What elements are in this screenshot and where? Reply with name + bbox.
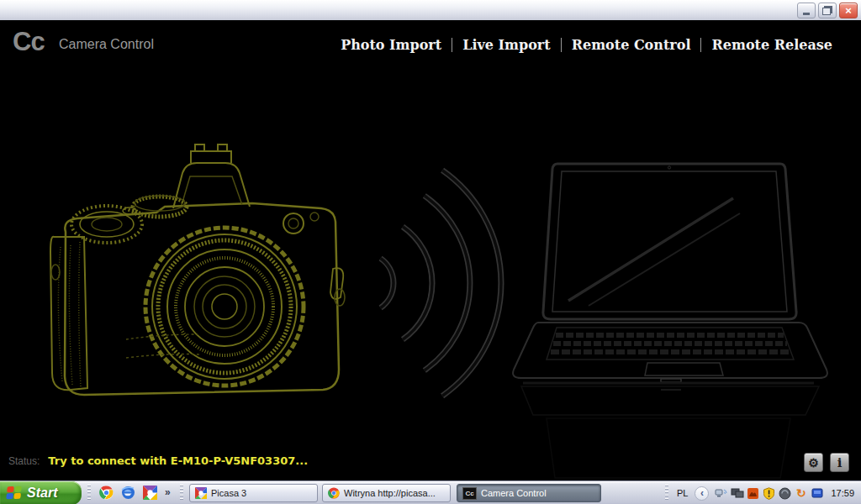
taskbar-item-picasa[interactable]: Picasa 3 — [189, 484, 318, 502]
minimize-button[interactable] — [797, 3, 816, 18]
task-label: Witryna http://picasa... — [344, 488, 436, 498]
start-label: Start — [27, 486, 57, 501]
main-nav: Photo Import Live Import Remote Control … — [330, 37, 843, 53]
taskbar: Start — [0, 480, 861, 504]
security-alert-tray-icon[interactable] — [763, 486, 776, 500]
restore-button[interactable] — [818, 3, 837, 18]
camera-line-art — [50, 144, 345, 395]
network-tray-icon[interactable] — [811, 486, 824, 500]
app-title: Camera Control — [59, 37, 154, 52]
chevron-left-icon: ‹ — [700, 488, 704, 498]
taskband-handle[interactable] — [180, 485, 183, 501]
laptop-line-art — [513, 164, 827, 478]
nav-photo-import[interactable]: Photo Import — [330, 37, 452, 53]
window-titlebar[interactable]: × — [0, 0, 861, 21]
task-label: Camera Control — [481, 488, 547, 498]
nav-remote-control[interactable]: Remote Control — [562, 37, 701, 53]
restore-icon — [822, 8, 831, 15]
status-badge-tray-icon[interactable] — [779, 486, 792, 500]
start-button[interactable]: Start — [0, 481, 82, 504]
task-label: Picasa 3 — [211, 488, 246, 498]
taskbar-item-browser[interactable]: Witryna http://picasa... — [322, 484, 451, 502]
connection-illustration — [0, 20, 861, 480]
settings-button[interactable]: ⚙ — [804, 453, 823, 472]
nav-live-import[interactable]: Live Import — [452, 37, 560, 53]
status-bar: Status: Try to connect with E-M10-P-V5NF… — [8, 454, 308, 467]
info-icon: i — [837, 455, 843, 470]
close-icon: × — [845, 5, 852, 16]
internet-explorer-icon[interactable] — [121, 486, 135, 500]
clock[interactable]: 17:59 — [831, 488, 854, 498]
quick-launch-overflow-chevron[interactable]: » — [165, 486, 171, 498]
camera-control-icon: Cc — [462, 487, 477, 500]
language-indicator[interactable]: PL — [673, 486, 691, 500]
quick-launch-handle[interactable] — [87, 485, 91, 501]
chrome-icon[interactable] — [99, 486, 114, 500]
tray-handle[interactable] — [665, 485, 668, 501]
window-controls: × — [797, 3, 858, 18]
close-button[interactable]: × — [839, 3, 858, 18]
picasa-icon[interactable] — [143, 486, 157, 500]
status-label: Status: — [8, 455, 40, 467]
status-message: Try to connect with E-M10-P-V5NF03307... — [48, 454, 308, 467]
app-logo: Cc — [13, 27, 45, 57]
nav-remote-release[interactable]: Remote Release — [701, 37, 843, 53]
display-settings-tray-icon[interactable] — [731, 486, 744, 500]
update-tray-icon[interactable]: ↻ — [795, 486, 808, 500]
wireless-display-tray-icon[interactable] — [715, 486, 728, 500]
windows-logo-icon — [6, 486, 23, 501]
chrome-icon — [328, 487, 340, 499]
info-button[interactable]: i — [830, 453, 849, 472]
camera-control-app: Cc Camera Control Photo Import Live Impo… — [0, 20, 861, 480]
gear-icon: ⚙ — [808, 456, 819, 470]
graphics-driver-tray-icon[interactable] — [747, 486, 760, 500]
tray-collapse-button[interactable]: ‹ — [695, 486, 709, 501]
system-tray: PL ‹ — [665, 481, 861, 504]
taskbar-item-camera-control[interactable]: Cc Camera Control — [457, 484, 601, 502]
wifi-signal-arcs — [381, 171, 501, 396]
picasa-icon — [195, 487, 207, 499]
screen: × Cc Camera Control Photo Import Live Im… — [0, 0, 861, 504]
minimize-icon — [803, 13, 810, 15]
